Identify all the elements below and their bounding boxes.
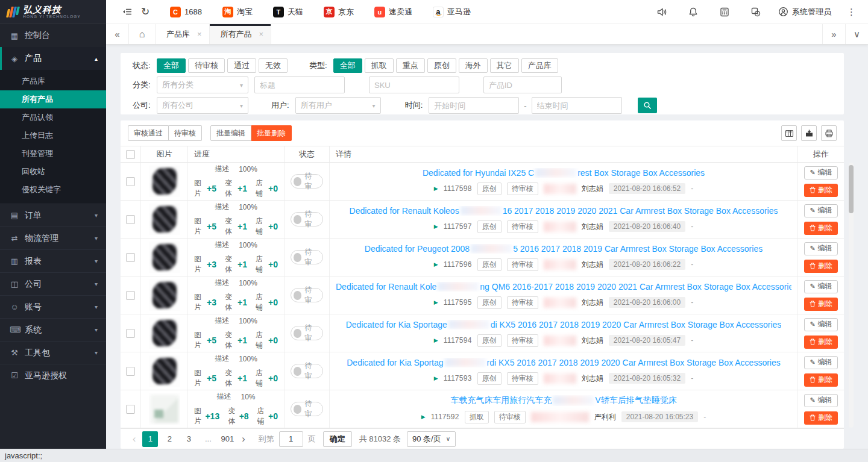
- next-page-icon[interactable]: ›: [237, 434, 250, 445]
- goto-confirm-button[interactable]: 确定: [323, 431, 352, 447]
- marketplace-link[interactable]: T 天猫: [273, 7, 303, 17]
- category-select[interactable]: 所有分类 ▾: [157, 76, 248, 93]
- play-icon[interactable]: ▶: [434, 299, 438, 305]
- page-button[interactable]: 3: [181, 431, 197, 447]
- product-thumbnail[interactable]: [149, 204, 180, 235]
- export-icon[interactable]: [801, 125, 817, 141]
- sku-search-input[interactable]: [369, 76, 459, 93]
- marketplace-link[interactable]: a 亚马逊: [433, 7, 471, 17]
- table-scrollbar-thumb[interactable]: [849, 165, 854, 213]
- delete-button[interactable]: 删除: [804, 222, 838, 235]
- edit-button[interactable]: ✎ 编辑: [804, 356, 838, 369]
- product-thumbnail[interactable]: [149, 317, 180, 349]
- column-settings-icon[interactable]: [781, 125, 797, 141]
- marketplace-link[interactable]: 京 京东: [324, 7, 354, 17]
- set-pending-button[interactable]: 待审核: [169, 125, 202, 141]
- submenu-item[interactable]: 侵权关键字: [0, 181, 106, 199]
- row-checkbox[interactable]: [126, 215, 135, 224]
- play-icon[interactable]: ▶: [421, 414, 426, 420]
- type-filter-chip[interactable]: 全部: [333, 58, 362, 73]
- submenu-item[interactable]: 产品认领: [0, 108, 106, 126]
- announcement-icon[interactable]: [653, 3, 671, 21]
- row-checkbox[interactable]: [126, 177, 135, 186]
- sidebar-item[interactable]: ▥ 报表 ▾: [0, 249, 106, 272]
- play-icon[interactable]: ▶: [434, 375, 438, 381]
- type-filter-chip[interactable]: 抓取: [365, 58, 394, 73]
- delete-button[interactable]: 删除: [804, 184, 838, 197]
- row-checkbox[interactable]: [126, 329, 135, 338]
- sidebar-item[interactable]: ⚒ 工具包 ▾: [0, 341, 106, 364]
- page-button[interactable]: 901: [219, 431, 235, 447]
- tabs-menu-icon[interactable]: ∨: [845, 24, 868, 44]
- title-search-input[interactable]: [254, 76, 345, 93]
- tab-close-icon[interactable]: ×: [197, 30, 202, 39]
- product-title-link[interactable]: Dedicated for Kia Sportage di KX5 2016 2…: [346, 320, 782, 329]
- tab[interactable]: 所有产品 ×: [210, 24, 272, 44]
- submenu-item[interactable]: 刊登管理: [0, 145, 106, 163]
- product-title-link[interactable]: Dedicated for Renault Kole ng QM6 2016-2…: [336, 282, 791, 292]
- start-time-input[interactable]: [429, 97, 519, 114]
- sidebar-collapse-icon[interactable]: [118, 3, 136, 21]
- home-tab-icon[interactable]: ⌂: [129, 24, 156, 44]
- product-title-link[interactable]: Dedicated for Renault Koleos 16 2017 201…: [350, 206, 778, 216]
- end-time-input[interactable]: [532, 97, 622, 114]
- product-thumbnail[interactable]: [149, 279, 180, 311]
- product-title-link[interactable]: Dedicated for Kia Sportag rdi KX5 2016 2…: [347, 358, 781, 367]
- edit-button[interactable]: ✎ 编辑: [804, 394, 838, 407]
- play-icon[interactable]: ▶: [434, 223, 438, 229]
- status-filter-chip[interactable]: 全部: [157, 58, 186, 73]
- tabs-scroll-right-icon[interactable]: »: [822, 24, 845, 44]
- product-thumbnail[interactable]: [149, 355, 180, 387]
- goto-page-input[interactable]: [279, 431, 303, 447]
- delete-button[interactable]: 删除: [804, 336, 838, 349]
- row-checkbox[interactable]: [126, 405, 135, 414]
- type-filter-chip[interactable]: 产品库: [521, 58, 558, 73]
- select-all-checkbox[interactable]: [126, 150, 135, 159]
- product-thumbnail[interactable]: [149, 242, 180, 273]
- page-button[interactable]: 2: [162, 431, 177, 447]
- product-id-input[interactable]: [483, 76, 562, 93]
- sidebar-item[interactable]: ▤ 订单 ▾: [0, 204, 106, 226]
- delete-button[interactable]: 删除: [804, 298, 838, 311]
- status-filter-chip[interactable]: 通过: [227, 58, 256, 73]
- edit-button[interactable]: ✎ 编辑: [804, 280, 838, 293]
- calculator-icon[interactable]: [715, 3, 734, 21]
- play-icon[interactable]: ▶: [434, 261, 438, 267]
- print-icon[interactable]: [821, 125, 837, 141]
- tab[interactable]: 产品库 ×: [156, 24, 210, 44]
- sidebar-item[interactable]: ⌨ 系统 ▾: [0, 318, 106, 341]
- play-icon[interactable]: ▶: [434, 186, 438, 192]
- batch-delete-button[interactable]: 批量删除: [251, 125, 292, 141]
- tab-close-icon[interactable]: ×: [259, 30, 264, 39]
- submenu-item[interactable]: 产品库: [0, 72, 106, 90]
- type-filter-chip[interactable]: 重点: [396, 58, 425, 73]
- delete-button[interactable]: 删除: [804, 373, 838, 387]
- table-scrollbar[interactable]: [849, 163, 854, 428]
- type-filter-chip[interactable]: 海外: [459, 58, 488, 73]
- row-checkbox[interactable]: [126, 367, 135, 376]
- marketplace-link[interactable]: C 1688: [170, 7, 202, 17]
- product-thumbnail[interactable]: [149, 393, 180, 425]
- submenu-item[interactable]: 回收站: [0, 163, 106, 181]
- sidebar-item[interactable]: ⇄ 物流管理 ▾: [0, 226, 106, 249]
- prev-page-icon[interactable]: ‹: [128, 434, 140, 445]
- search-button[interactable]: [638, 98, 657, 113]
- sidebar-item-product[interactable]: ◈ 产品 ▴: [0, 47, 106, 70]
- row-checkbox[interactable]: [126, 253, 135, 262]
- refresh-icon[interactable]: ↻: [136, 3, 154, 21]
- product-title-link[interactable]: 车载充气床车用旅行汽车充 V轿车后排气垫睡觉床: [450, 395, 676, 406]
- history-icon[interactable]: [747, 3, 765, 21]
- page-button[interactable]: ...: [200, 431, 216, 447]
- submenu-item[interactable]: 所有产品: [0, 90, 106, 108]
- approve-button[interactable]: 审核通过: [128, 125, 169, 141]
- status-filter-chip[interactable]: 无效: [259, 58, 288, 73]
- marketplace-link[interactable]: 淘 淘宝: [222, 7, 253, 17]
- marketplace-link[interactable]: u 速卖通: [374, 7, 412, 17]
- product-thumbnail[interactable]: [149, 166, 180, 197]
- delete-button[interactable]: 删除: [804, 411, 838, 425]
- batch-edit-button[interactable]: 批量编辑: [210, 125, 251, 141]
- more-options-icon[interactable]: ⋮: [844, 7, 858, 17]
- product-title-link[interactable]: Dedicated for Peugeot 2008 5 2016 2017 2…: [365, 244, 763, 254]
- user-select[interactable]: 所有用户 ▾: [295, 97, 381, 114]
- tabs-scroll-left-icon[interactable]: «: [106, 24, 129, 44]
